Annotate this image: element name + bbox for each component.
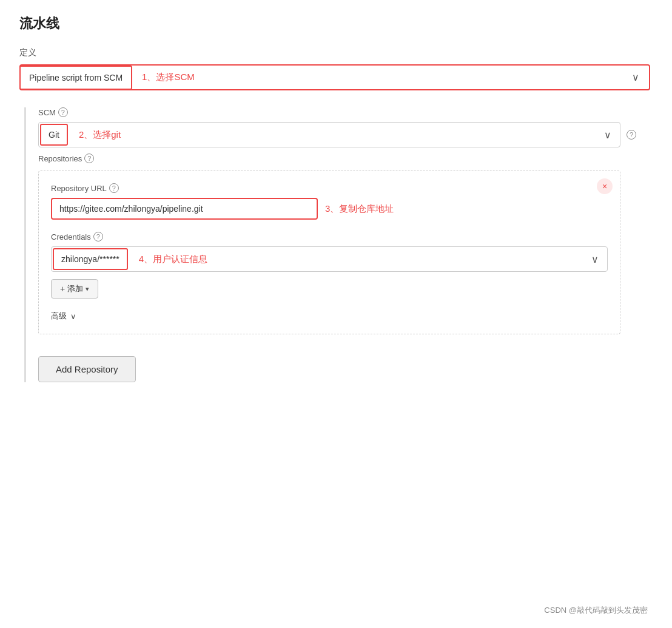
footer-text: CSDN @敲代码敲到头发茂密 <box>544 605 648 616</box>
scm-dropdown[interactable]: Git 2、选择git ∨ <box>38 122 620 147</box>
url-row: 3、复制仓库地址 <box>51 198 608 220</box>
repositories-help-icon[interactable]: ? <box>84 154 94 163</box>
credentials-annotation: 4、用户认证信息 <box>129 254 583 265</box>
credentials-selected-value: zhilongya/****** <box>53 248 128 270</box>
definition-dropdown-arrow[interactable]: ∨ <box>622 66 649 89</box>
url-annotation: 3、复制仓库地址 <box>325 203 394 215</box>
repo-url-input[interactable] <box>51 198 318 220</box>
repo-url-label-text: Repository URL <box>51 184 107 193</box>
add-btn-label: 添加 <box>67 283 83 294</box>
page-title: 流水线 <box>19 15 653 33</box>
advanced-row[interactable]: 高级 ∨ <box>51 311 608 322</box>
credentials-label: Credentials ? <box>51 232 608 241</box>
add-chevron-icon: ▾ <box>86 285 89 293</box>
repositories-section: Repositories ? × Repository URL ? 3、复制仓库… <box>38 154 653 334</box>
credentials-row: zhilongya/****** 4、用户认证信息 ∨ <box>51 246 608 272</box>
credentials-help-icon[interactable]: ? <box>93 232 103 241</box>
scm-label: SCM ? <box>38 107 653 117</box>
scm-selected-value: Git <box>40 124 68 146</box>
advanced-label: 高级 <box>51 311 67 322</box>
add-credentials-button[interactable]: + 添加 ▾ <box>51 279 98 299</box>
scm-label-text: SCM <box>38 108 56 117</box>
scm-dropdown-wrapper: Git 2、选择git ∨ ? <box>38 122 653 147</box>
scm-dropdown-arrow-icon[interactable]: ∨ <box>596 124 620 146</box>
repo-url-label: Repository URL ? <box>51 183 608 193</box>
credentials-arrow-icon[interactable]: ∨ <box>583 249 607 270</box>
form-section: SCM ? Git 2、选择git ∨ ? Repositories ? × R… <box>24 107 653 382</box>
repo-url-help-icon[interactable]: ? <box>109 183 119 193</box>
add-repository-button[interactable]: Add Repository <box>38 356 136 382</box>
definition-label: 定义 <box>19 47 653 58</box>
definition-dropdown[interactable]: Pipeline script from SCM 1、选择SCM ∨ <box>19 64 650 90</box>
credentials-dropdown[interactable]: zhilongya/****** 4、用户认证信息 ∨ <box>51 246 608 272</box>
repository-card: × Repository URL ? 3、复制仓库地址 Credentials … <box>38 171 620 334</box>
scm-field: SCM ? Git 2、选择git ∨ ? <box>38 107 653 147</box>
scm-help-icon2[interactable]: ? <box>627 130 636 140</box>
repositories-label-text: Repositories <box>38 154 82 163</box>
credentials-label-text: Credentials <box>51 232 91 241</box>
definition-selected-value: Pipeline script from SCM <box>19 66 132 90</box>
repo-close-button[interactable]: × <box>597 178 613 194</box>
scm-annotation: 2、选择git <box>69 129 596 141</box>
definition-annotation: 1、选择SCM <box>131 72 622 83</box>
add-plus-icon: + <box>60 284 65 294</box>
advanced-chevron-icon[interactable]: ∨ <box>70 312 76 321</box>
scm-help-icon[interactable]: ? <box>58 107 68 117</box>
repositories-label: Repositories ? <box>38 154 653 163</box>
